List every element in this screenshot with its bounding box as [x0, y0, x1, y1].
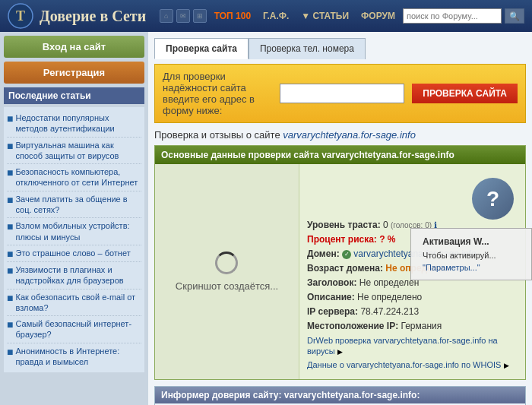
trust-badge: ?: [472, 178, 514, 220]
article-link[interactable]: Недостатки популярных методов аутентифик…: [15, 112, 141, 134]
whois-link-row: Данные о varvarychtetyana.for-sage.info …: [307, 359, 518, 370]
trust-label: Уровень траста:: [307, 220, 381, 230]
activation-link[interactable]: "Параметры...": [423, 263, 480, 272]
trust-value: 0: [383, 220, 388, 230]
ip-label: IP сервера:: [307, 306, 358, 317]
activation-title: Активация W...: [423, 236, 520, 247]
panel-title-domain: varvarychtetyana.for-sage.info: [321, 150, 454, 160]
header-label: Заголовок:: [307, 277, 356, 288]
list-item[interactable]: ■ Уязвимости в плагинах и надстройках дл…: [7, 262, 141, 290]
site-title: Доверие в Сети: [40, 8, 146, 25]
list-item[interactable]: ■ Безопасность компьютера, отключенного …: [7, 164, 141, 191]
login-button[interactable]: Вход на сайт: [4, 36, 144, 58]
list-item[interactable]: ■ Взлом мобильных устройств: плюсы и мин…: [7, 218, 141, 245]
ip-value: 78.47.224.213: [360, 306, 419, 317]
home-icon[interactable]: ⌂: [160, 9, 173, 23]
bullet-icon: ■: [7, 293, 13, 303]
article-link[interactable]: Виртуальная машина как способ защиты от …: [15, 140, 141, 162]
article-link[interactable]: Самый безопасный интернет-браузер?: [15, 318, 141, 340]
percent-value: ? %: [379, 234, 395, 245]
search-input[interactable]: [403, 8, 502, 24]
nav-forum[interactable]: ФОРУМ: [356, 8, 400, 24]
whois-link[interactable]: Данные о varvarychtetyana.for-sage.info …: [307, 360, 501, 369]
arrow-icon: ▶: [337, 348, 343, 356]
layout: Вход на сайт Регистрация Последние стать…: [0, 32, 532, 405]
list-item[interactable]: ■ Это страшное слово – ботнет: [7, 245, 141, 262]
desc-value: Не определено: [357, 292, 422, 302]
location-value: Германия: [401, 321, 442, 331]
location-row: Местоположение IP: Германия: [307, 321, 518, 331]
nav-articles[interactable]: ▼ СТАТЬИ: [296, 8, 353, 24]
header-nav: ⌂ ✉ ⊞ ТОП 100 Г.А.Ф. ▼ СТАТЬИ ФОРУМ 🔍: [160, 8, 524, 24]
informer-section: Информер доверия сайту: varvarychtetyana…: [154, 386, 526, 405]
bullet-icon: ■: [7, 265, 13, 276]
percent-label: Процент риска:: [307, 234, 377, 245]
bullet-icon: ■: [7, 141, 13, 151]
screenshot-placeholder: Скриншот создаётся...: [176, 252, 278, 292]
loading-spinner: [215, 252, 238, 274]
article-link[interactable]: Зачем платить за общение в соц. сетях?: [15, 194, 141, 216]
tabs: Проверка сайта Проверка тел. номера: [154, 38, 526, 59]
svg-text:T: T: [16, 8, 25, 24]
screenshot-text-label: Скриншот создаётся...: [176, 280, 278, 292]
location-label: Местоположение IP:: [307, 321, 398, 331]
site-info-header: Проверка и отзывы о сайте varvarychtetya…: [154, 129, 526, 141]
header: T Доверие в Сети ⌂ ✉ ⊞ ТОП 100 Г.А.Ф. ▼ …: [0, 0, 532, 32]
article-link[interactable]: Безопасность компьютера, отключенного от…: [15, 166, 141, 188]
check-submit-button[interactable]: ПРОВЕРКА САЙТА: [412, 84, 518, 103]
bullet-icon: ■: [7, 319, 13, 330]
bullet-icon: ■: [7, 248, 13, 259]
age-label: Возраст домена:: [307, 263, 383, 274]
url-input[interactable]: [280, 84, 404, 103]
domain-icon: ✓: [342, 250, 351, 259]
list-item[interactable]: ■ Зачем платить за общение в соц. сетях?: [7, 191, 141, 219]
informer-title: Информер доверия сайту: varvarychtetyana…: [155, 387, 525, 403]
nav-top100[interactable]: ТОП 100: [210, 8, 255, 24]
tab-check-site[interactable]: Проверка сайта: [154, 38, 249, 59]
list-item[interactable]: ■ Самый безопасный интернет-браузер?: [7, 316, 141, 343]
nav-faq[interactable]: Г.А.Ф.: [258, 8, 293, 24]
bullet-icon: ■: [7, 167, 13, 178]
screenshot-area: Скриншот создаётся...: [155, 164, 299, 379]
recent-articles-title: Последние статьи: [4, 87, 144, 104]
list-item[interactable]: ■ Как обезопасить свой e-mail от взлома?: [7, 290, 141, 317]
header-logo: T Доверие в Сети: [8, 3, 146, 29]
bullet-icon: ■: [7, 195, 13, 205]
grid-icon[interactable]: ⊞: [193, 9, 207, 23]
article-link[interactable]: Взлом мобильных устройств: плюсы и минус…: [15, 220, 141, 242]
check-banner-text: Для проверки надёжности сайта введите ег…: [163, 71, 272, 116]
search-button[interactable]: 🔍: [505, 8, 524, 24]
list-item[interactable]: ■ Недостатки популярных методов аутентиф…: [7, 110, 141, 138]
site-header-prefix: Проверка и отзывы о сайте: [154, 129, 283, 141]
bullet-icon: ■: [7, 113, 13, 124]
virus-check-link[interactable]: DrWeb проверка varvarychtetyana.for-sage…: [307, 336, 498, 356]
article-link[interactable]: Анонимность в Интернете: правда и вымысе…: [15, 346, 141, 368]
panel-title-prefix: Основные данные проверки сайта: [161, 150, 321, 160]
desc-label: Описание:: [307, 292, 355, 302]
ip-row: IP сервера: 78.47.224.213: [307, 306, 518, 317]
arrow-icon: ▶: [504, 362, 509, 369]
article-link[interactable]: Уязвимости в плагинах и надстройках для …: [15, 264, 141, 286]
bullet-icon: ■: [7, 221, 13, 232]
sidebar-articles: ■ Недостатки популярных методов аутентиф…: [4, 107, 144, 372]
mail-icon[interactable]: ✉: [176, 9, 190, 23]
sidebar: Вход на сайт Регистрация Последние стать…: [0, 32, 148, 405]
logo-icon: T: [8, 3, 33, 29]
domain-label: Домен:: [307, 248, 340, 259]
data-panel-title: Основные данные проверки сайта varvarych…: [155, 146, 525, 164]
virus-link-row: DrWeb проверка varvarychtetyana.for-sage…: [307, 335, 518, 356]
tab-check-phone[interactable]: Проверка тел. номера: [249, 38, 366, 59]
register-button[interactable]: Регистрация: [4, 62, 144, 84]
site-header-domain: varvarychtetyana.for-sage.info: [283, 129, 416, 141]
bullet-icon: ■: [7, 346, 13, 357]
check-banner: Для проверки надёжности сайта введите ег…: [154, 64, 526, 123]
article-link[interactable]: Это страшное слово – ботнет: [15, 248, 130, 258]
activation-text: Чтобы активируй...: [423, 251, 520, 260]
activation-overlay: Активация W... Чтобы активируй... "Парам…: [410, 228, 532, 280]
main-content: Проверка сайта Проверка тел. номера Для …: [148, 32, 532, 405]
list-item[interactable]: ■ Виртуальная машина как способ защиты о…: [7, 138, 141, 165]
article-link[interactable]: Как обезопасить свой e-mail от взлома?: [15, 292, 141, 314]
list-item[interactable]: ■ Анонимность в Интернете: правда и вымы…: [7, 343, 141, 370]
description-row: Описание: Не определено: [307, 292, 518, 302]
